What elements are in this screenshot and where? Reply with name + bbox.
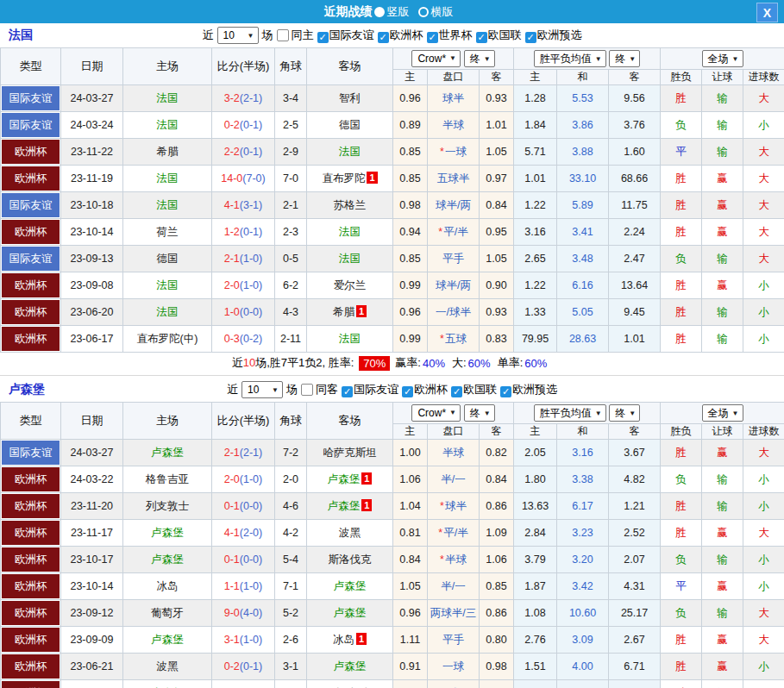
euro-home-odds: 79.95 [514,326,557,353]
matches-table: 类型 日期 主场 比分(半场) 角球 客场 Crow*▼ 终▼ 胜平负均值▼ 终… [0,47,784,353]
same-venue-label[interactable]: 同客 [316,382,338,397]
bookmaker-select[interactable]: Crow*▼ [411,50,461,67]
competition-checkbox-icon[interactable]: ✓ [500,386,511,397]
handicap-home-odds: 1.00 [393,440,428,466]
home-team[interactable]: 法国 [123,299,212,326]
home-team[interactable]: 卢森堡 [123,520,212,547]
home-team[interactable]: 法国 [123,272,212,299]
away-team[interactable]: 卢森堡 [307,654,393,680]
home-team[interactable]: 法国 [123,166,212,192]
horizontal-layout-radio[interactable] [418,7,429,17]
games-count-select[interactable]: 10▼ [217,27,259,44]
handicap-line: *球半 [428,493,480,520]
final-select-1[interactable]: 终▼ [464,404,495,422]
bookmaker-select[interactable]: Crow*▼ [411,404,461,422]
competition-filter-label[interactable]: 欧洲杯 [390,28,423,41]
away-team[interactable]: 冰岛1 [307,627,393,654]
close-icon[interactable]: X [756,3,778,22]
away-team[interactable]: 卢森堡 [307,573,393,600]
games-count-select[interactable]: 10▼ [241,381,283,398]
away-team[interactable]: 德国 [307,112,393,139]
final-select-1[interactable]: 终▼ [464,50,495,67]
handicap-line: 平手 [428,246,480,272]
vertical-layout-radio[interactable] [374,7,385,17]
home-team[interactable]: 葡萄牙 [123,600,212,627]
away-team[interactable]: 法国 [307,219,393,246]
competition-type-cell: 国际友谊 [1,112,61,139]
competition-filter-label[interactable]: 欧洲预选 [537,28,582,41]
away-team[interactable]: 苏格兰 [307,192,393,219]
col-result: 胜负 [661,424,702,440]
competition-filter-label[interactable]: 国际友谊 [354,383,398,396]
away-team[interactable]: 卢森堡1 [307,493,393,520]
match-date: 23-09-13 [61,246,123,272]
home-team[interactable]: 卢森堡 [123,680,212,688]
scope-select[interactable]: 全场▼ [702,50,743,67]
away-team[interactable]: 法国 [307,246,393,272]
competition-checkbox-icon[interactable]: ✓ [342,386,353,397]
competition-checkbox-icon[interactable]: ✓ [378,32,389,43]
away-team[interactable]: 爱尔兰 [307,272,393,299]
away-team[interactable]: 法国 [307,326,393,353]
same-venue-label[interactable]: 同主 [292,28,314,43]
away-team[interactable]: 波黑 [307,520,393,547]
horizontal-layout-label[interactable]: 横版 [431,4,454,20]
home-team[interactable]: 法国 [123,85,212,112]
handicap-home-odds: 0.98 [393,192,428,219]
home-team[interactable]: 波黑 [123,654,212,680]
home-team[interactable]: 格鲁吉亚 [123,466,212,493]
avg-odds-select[interactable]: 胜平负均值▼ [534,50,606,67]
competition-checkbox-icon[interactable]: ✓ [525,32,536,43]
competition-filter-label[interactable]: 欧洲杯 [414,383,448,396]
competition-checkbox-icon[interactable]: ✓ [317,32,329,43]
score-cell: 2-0(0-0) [212,680,275,688]
euro-away-odds: 1.21 [609,493,661,520]
away-team[interactable]: 直布罗陀1 [307,166,393,192]
competition-filter-label[interactable]: 世界杯 [439,28,473,41]
competition-filter-label[interactable]: 欧国联 [488,28,522,41]
home-team[interactable]: 卢森堡 [123,627,212,654]
away-team[interactable]: 列支敦士 [307,680,393,688]
final-select-2[interactable]: 终▼ [609,50,640,67]
away-team[interactable]: 哈萨克斯坦 [307,440,393,466]
competition-filter-label[interactable]: 欧洲预选 [512,383,557,396]
competition-checkbox-icon[interactable]: ✓ [427,32,438,43]
away-team[interactable]: 卢森堡 [307,600,393,627]
competition-filter-label[interactable]: 国际友谊 [329,28,374,41]
final-select-2[interactable]: 终▼ [609,404,640,422]
competition-checkbox-icon[interactable]: ✓ [476,32,487,43]
home-team[interactable]: 列支敦士 [123,493,212,520]
competition-type-cell: 欧洲杯 [1,326,61,353]
competition-checkbox-icon[interactable]: ✓ [451,386,462,397]
competition-type-cell: 欧洲杯 [1,166,61,192]
home-team[interactable]: 法国 [123,112,212,139]
away-team[interactable]: 斯洛伐克 [307,547,393,573]
home-team[interactable]: 希腊 [123,139,212,166]
same-venue-checkbox[interactable]: ✓ [301,384,313,396]
away-team[interactable]: 希腊1 [307,299,393,326]
handicap-result-cell: 输 [702,326,743,353]
away-team[interactable]: 卢森堡1 [307,466,393,493]
match-row: 欧洲杯23-10-17卢森堡0-1(0-0)5-4斯洛伐克0.84*半球1.06… [1,547,784,573]
home-team[interactable]: 卢森堡 [123,547,212,573]
home-team[interactable]: 荷兰 [123,219,212,246]
avg-odds-select[interactable]: 胜平负均值▼ [534,404,606,422]
away-team[interactable]: 法国 [307,139,393,166]
home-team[interactable]: 卢森堡 [123,440,212,466]
handicap-home-odds: 0.85 [393,246,428,272]
handicap-result-cell: 赢 [702,219,743,246]
goals-result-cell: 大 [743,219,784,246]
match-date: 24-03-27 [61,440,123,466]
scope-select[interactable]: 全场▼ [702,404,743,422]
home-team[interactable]: 法国 [123,192,212,219]
competition-checkbox-icon[interactable]: ✓ [402,386,413,397]
euro-home-odds: 2.84 [514,520,557,547]
col-home: 主场 [123,48,212,85]
home-team[interactable]: 直布罗陀(中) [123,326,212,353]
same-venue-checkbox[interactable]: ✓ [277,29,289,41]
away-team[interactable]: 智利 [307,85,393,112]
vertical-layout-label[interactable]: 竖版 [387,4,410,20]
home-team[interactable]: 德国 [123,246,212,272]
competition-filter-label[interactable]: 欧国联 [463,383,497,396]
home-team[interactable]: 冰岛 [123,573,212,600]
